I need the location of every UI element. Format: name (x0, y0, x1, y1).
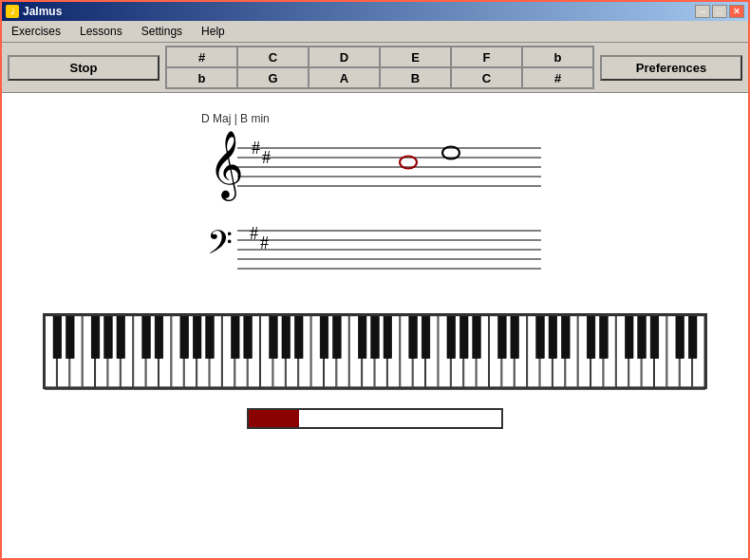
svg-text:#: # (250, 224, 258, 243)
key-cell-0-5[interactable]: b (522, 47, 593, 67)
key-grid: # C D E F b b G A B C # (165, 46, 594, 89)
svg-rect-89 (384, 315, 392, 358)
svg-rect-88 (371, 315, 380, 358)
svg-rect-102 (625, 315, 633, 358)
main-window: ♩ Jalmus ─ □ ✕ Exercises Lessons Setting… (0, 0, 750, 560)
svg-rect-76 (155, 315, 163, 358)
titlebar-left: ♩ Jalmus (6, 5, 62, 18)
key-cell-1-3[interactable]: B (380, 67, 451, 88)
svg-rect-74 (117, 315, 125, 358)
svg-rect-91 (422, 315, 430, 358)
svg-rect-72 (91, 315, 100, 358)
preferences-button[interactable]: Preferences (600, 55, 742, 81)
svg-rect-70 (53, 315, 62, 358)
svg-rect-87 (358, 315, 366, 358)
svg-rect-105 (676, 315, 684, 358)
svg-text:𝄢: 𝄢 (207, 225, 233, 269)
titlebar-buttons: ─ □ ✕ (695, 5, 744, 18)
maximize-button[interactable]: □ (712, 5, 727, 18)
svg-rect-92 (447, 315, 456, 358)
svg-rect-93 (459, 315, 468, 358)
menu-help[interactable]: Help (196, 23, 231, 40)
svg-rect-97 (536, 315, 545, 358)
key-cell-0-1[interactable]: C (237, 47, 309, 67)
key-cell-1-4[interactable]: C (451, 67, 522, 88)
key-cell-0-0[interactable]: # (166, 47, 237, 67)
svg-rect-100 (587, 315, 595, 358)
svg-rect-104 (650, 315, 659, 358)
svg-rect-75 (142, 315, 151, 358)
svg-rect-84 (294, 315, 303, 358)
menubar: Exercises Lessons Settings Help (2, 21, 748, 43)
treble-staff: 𝄞 # # (199, 129, 551, 207)
svg-rect-73 (104, 315, 113, 358)
key-cell-1-0[interactable]: b (166, 67, 237, 88)
svg-rect-86 (332, 315, 341, 358)
svg-rect-101 (600, 315, 609, 358)
svg-rect-77 (180, 315, 189, 358)
key-cell-0-4[interactable]: F (451, 47, 522, 67)
svg-text:𝄞: 𝄞 (209, 131, 244, 202)
app-icon: ♩ (6, 5, 19, 18)
svg-rect-85 (320, 315, 328, 358)
svg-text:#: # (262, 148, 271, 167)
svg-rect-79 (206, 315, 215, 358)
svg-text:#: # (252, 139, 260, 158)
close-button[interactable]: ✕ (729, 5, 744, 18)
svg-rect-94 (473, 315, 481, 358)
svg-rect-71 (66, 315, 74, 358)
svg-rect-95 (497, 315, 506, 358)
svg-rect-80 (231, 315, 239, 358)
svg-rect-99 (561, 315, 570, 358)
notation-area: D Maj | B min 𝄞 # # (11, 112, 739, 294)
svg-rect-81 (244, 315, 253, 358)
menu-exercises[interactable]: Exercises (6, 23, 66, 40)
piano-svg (45, 315, 705, 391)
key-cell-1-5[interactable]: # (522, 67, 593, 88)
svg-rect-82 (270, 315, 278, 358)
bass-staff: 𝄢 # # (199, 216, 551, 285)
key-cell-1-1[interactable]: G (237, 67, 309, 88)
svg-rect-83 (282, 315, 291, 358)
stop-button[interactable]: Stop (8, 55, 159, 81)
svg-rect-103 (638, 315, 647, 358)
toolbar: Stop # C D E F b b G A B C # Preferences (2, 43, 748, 93)
menu-lessons[interactable]: Lessons (74, 23, 128, 40)
treble-staff-svg: 𝄞 # # (199, 129, 551, 205)
piano-area (43, 313, 707, 389)
key-cell-0-2[interactable]: D (309, 47, 380, 67)
progress-bar-container (247, 408, 503, 429)
svg-rect-90 (409, 315, 418, 358)
progress-bar-fill (249, 410, 299, 427)
main-content: D Maj | B min 𝄞 # # (2, 93, 748, 558)
window-title: Jalmus (23, 5, 62, 18)
progress-area (247, 408, 503, 429)
minimize-button[interactable]: ─ (695, 5, 710, 18)
svg-rect-98 (549, 315, 557, 358)
svg-text:#: # (260, 233, 269, 252)
bass-staff-svg: 𝄢 # # (199, 216, 551, 283)
svg-rect-106 (688, 315, 697, 358)
key-label: D Maj | B min (201, 112, 270, 125)
menu-settings[interactable]: Settings (136, 23, 188, 40)
piano-keyboard (43, 313, 707, 389)
key-cell-0-3[interactable]: E (380, 47, 451, 67)
titlebar: ♩ Jalmus ─ □ ✕ (2, 2, 748, 21)
svg-rect-96 (511, 315, 519, 358)
key-cell-1-2[interactable]: A (309, 67, 380, 88)
svg-rect-78 (193, 315, 201, 358)
